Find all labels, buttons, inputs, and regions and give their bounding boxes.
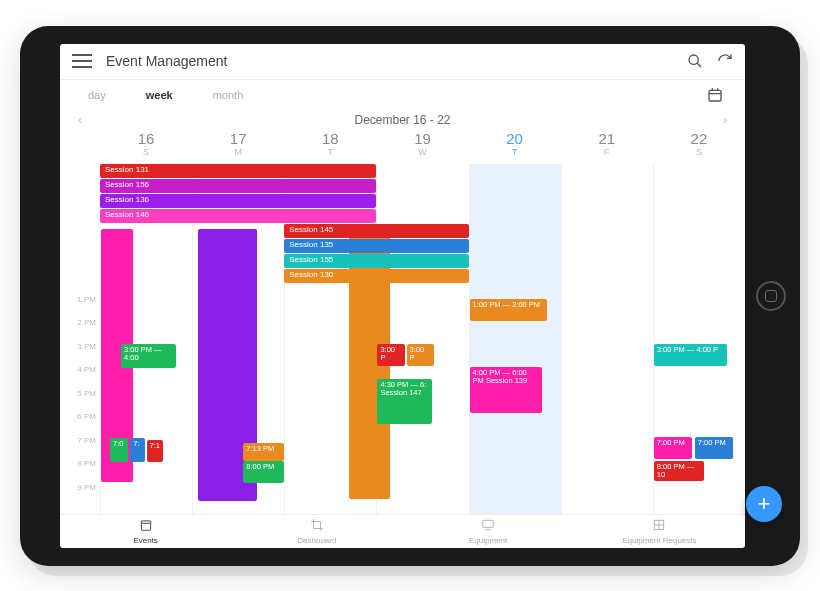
week-header: ‹ December 16 - 22 › bbox=[60, 110, 745, 130]
tab-label: Equipment Requests bbox=[622, 536, 696, 545]
svg-rect-8 bbox=[483, 520, 494, 527]
prev-week[interactable]: ‹ bbox=[74, 109, 86, 131]
event-block[interactable]: 7:13 PM bbox=[243, 443, 284, 461]
allday-event[interactable]: Session 136 bbox=[100, 194, 376, 208]
event-block[interactable]: 7:1 bbox=[147, 440, 163, 462]
event-block[interactable]: 4:00 PM — 6:00 PM Session 139 bbox=[470, 367, 543, 413]
tab-events[interactable]: Events bbox=[60, 515, 231, 548]
tab-label: Equipment bbox=[469, 536, 507, 545]
day-header-20[interactable]: 20T bbox=[469, 130, 561, 164]
day-column[interactable]: 1:00 PM — 2:00 PM4:00 PM — 6:00 PM Sessi… bbox=[469, 164, 561, 514]
time-label: 7 PM bbox=[77, 435, 96, 444]
bottom-tabs: EventsDashboardEquipmentEquipment Reques… bbox=[60, 514, 745, 548]
search-icon[interactable] bbox=[687, 53, 703, 69]
day-header-22[interactable]: 22S bbox=[653, 130, 745, 164]
event-block[interactable]: 7:0 bbox=[110, 438, 128, 462]
time-label: 1 PM bbox=[77, 294, 96, 303]
event-block[interactable]: 7:00 PM bbox=[695, 437, 733, 459]
event-block[interactable]: 3:00 P bbox=[377, 344, 404, 366]
time-label: 6 PM bbox=[77, 412, 96, 421]
tab-label: Events bbox=[133, 536, 157, 545]
view-week[interactable]: week bbox=[146, 89, 173, 101]
allday-event[interactable]: Session 131 bbox=[100, 164, 376, 178]
day-column[interactable] bbox=[561, 164, 653, 514]
view-month[interactable]: month bbox=[213, 89, 244, 101]
tab-equipment-requests[interactable]: Equipment Requests bbox=[574, 515, 745, 548]
tab-equipment[interactable]: Equipment bbox=[403, 515, 574, 548]
event-block[interactable]: 7: bbox=[130, 438, 145, 462]
view-mode-bar: day week month bbox=[60, 80, 745, 110]
day-header-21[interactable]: 21F bbox=[561, 130, 653, 164]
day-header-19[interactable]: 19W bbox=[376, 130, 468, 164]
time-label: 4 PM bbox=[77, 365, 96, 374]
day-headers: 16S17M18T19W20T21F22S bbox=[60, 130, 745, 164]
time-label: 3 PM bbox=[77, 341, 96, 350]
day-column[interactable]: 3:00 PM — 4:00 P7:00 PM7:00 PM8:00 PM — … bbox=[653, 164, 745, 514]
top-bar: Event Management bbox=[60, 44, 745, 80]
event-block[interactable]: 1:00 PM — 2:00 PM bbox=[470, 299, 547, 321]
view-day[interactable]: day bbox=[88, 89, 106, 101]
calendar-grid[interactable]: Session 131Session 156Session 136Session… bbox=[60, 164, 745, 514]
crop-icon bbox=[310, 518, 324, 534]
home-button[interactable] bbox=[756, 281, 786, 311]
time-label: 9 PM bbox=[77, 482, 96, 491]
allday-event[interactable]: Session 155 bbox=[284, 254, 468, 268]
allday-event[interactable]: Session 130 bbox=[284, 269, 468, 283]
svg-rect-2 bbox=[709, 90, 721, 101]
tablet-device: Event Management day week month ‹ Decemb… bbox=[20, 26, 800, 566]
event-block[interactable]: 8:00 PM bbox=[243, 461, 284, 483]
monitor-icon bbox=[481, 518, 495, 534]
svg-line-1 bbox=[697, 63, 701, 67]
event-block[interactable]: 8:00 PM — 10 bbox=[654, 461, 704, 481]
event-block[interactable]: 3:00 PM — 4:00 P bbox=[654, 344, 727, 366]
allday-event[interactable]: Session 156 bbox=[100, 179, 376, 193]
app-screen: Event Management day week month ‹ Decemb… bbox=[60, 44, 745, 548]
page-title: Event Management bbox=[106, 53, 687, 69]
tab-label: Dashboard bbox=[297, 536, 336, 545]
time-column: 1 PM2 PM3 PM4 PM5 PM6 PM7 PM8 PM9 PM bbox=[60, 164, 100, 514]
calendar-icon bbox=[139, 518, 153, 534]
event-block[interactable]: 3:00 P bbox=[407, 344, 434, 366]
day-header-16[interactable]: 16S bbox=[100, 130, 192, 164]
day-header-17[interactable]: 17M bbox=[192, 130, 284, 164]
allday-event[interactable]: Session 135 bbox=[284, 239, 468, 253]
day-header-18[interactable]: 18T bbox=[284, 130, 376, 164]
next-week[interactable]: › bbox=[719, 109, 731, 131]
time-label: 8 PM bbox=[77, 459, 96, 468]
refresh-icon[interactable] bbox=[717, 53, 733, 69]
time-label: 2 PM bbox=[77, 318, 96, 327]
svg-rect-6 bbox=[141, 520, 150, 529]
svg-point-0 bbox=[689, 55, 698, 64]
menu-icon[interactable] bbox=[72, 54, 92, 68]
event-block[interactable]: 4:30 PM — 6: Session 147 bbox=[377, 379, 432, 424]
grid-icon bbox=[652, 518, 666, 534]
allday-event[interactable]: Session 146 bbox=[100, 209, 376, 223]
allday-event[interactable]: Session 145 bbox=[284, 224, 468, 238]
time-label: 5 PM bbox=[77, 388, 96, 397]
date-range: December 16 - 22 bbox=[60, 113, 745, 127]
calendar-icon[interactable] bbox=[707, 87, 723, 103]
day-column[interactable]: 3:00 P3:00 P4:30 PM — 6: Session 147 bbox=[376, 164, 468, 514]
event-block[interactable]: 7:00 PM bbox=[654, 437, 692, 459]
event-block[interactable]: 3:00 PM — 4:00 bbox=[121, 344, 176, 368]
tab-dashboard[interactable]: Dashboard bbox=[231, 515, 402, 548]
